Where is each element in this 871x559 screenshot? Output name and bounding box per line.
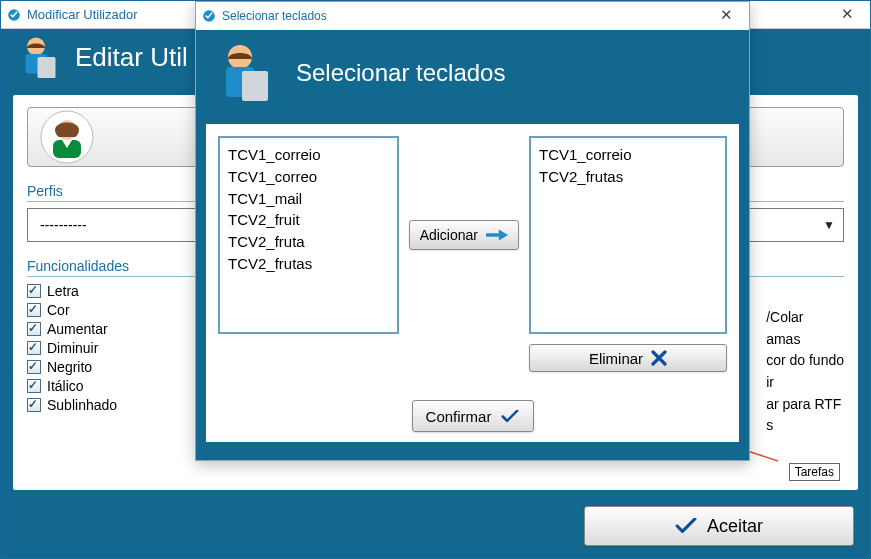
modal-header: Selecionar teclados [196, 30, 749, 116]
parent-close-button[interactable]: ✕ [830, 5, 864, 25]
list-item[interactable]: TCV2_fruta [228, 231, 389, 253]
add-button[interactable]: Adicionar [409, 220, 519, 250]
func-label-fragment: ar para RTF [766, 394, 844, 416]
chevron-down-icon: ▼ [823, 218, 835, 232]
checkbox-icon [27, 341, 41, 355]
user-avatar-icon [15, 33, 63, 81]
func-label-fragment: /Colar [766, 307, 844, 329]
parent-window: Modificar Utilizador ✕ Editar Util [0, 0, 871, 559]
tarefas-button[interactable]: Tarefas [789, 463, 840, 481]
checkbox-label: Letra [47, 283, 79, 299]
user-avatar-icon [214, 41, 278, 105]
add-label: Adicionar [420, 227, 478, 243]
modal-header-title: Selecionar teclados [296, 59, 505, 87]
remove-button[interactable]: Eliminar [529, 344, 727, 372]
modal-window-title: Selecionar teclados [222, 9, 327, 23]
check-icon [675, 518, 697, 534]
app-icon [202, 9, 216, 23]
func-label-fragment: cor do fundo [766, 350, 844, 372]
func-checkbox-cor[interactable]: Cor [27, 302, 117, 318]
list-item[interactable]: TCV1_mail [228, 188, 389, 210]
checkbox-label: Itálico [47, 378, 84, 394]
func-checkbox-itálico[interactable]: Itálico [27, 378, 117, 394]
available-listbox[interactable]: TCV1_correioTCV1_correoTCV1_mailTCV2_fru… [218, 136, 399, 334]
modal-close-button[interactable]: ✕ [709, 6, 743, 26]
func-label-fragment: ir [766, 372, 844, 394]
svg-rect-3 [38, 57, 56, 78]
accept-button[interactable]: Aceitar [584, 506, 854, 546]
list-item[interactable]: TCV2_fruit [228, 209, 389, 231]
modal-content-panel: TCV1_correioTCV1_correoTCV1_mailTCV2_fru… [206, 124, 739, 442]
checkbox-icon [27, 322, 41, 336]
transfer-buttons: Adicionar [409, 136, 519, 334]
checkbox-label: Diminuir [47, 340, 98, 356]
checkbox-icon [27, 303, 41, 317]
app-icon [7, 8, 21, 22]
x-icon [651, 350, 667, 366]
func-checkbox-diminuir[interactable]: Diminuir [27, 340, 117, 356]
list-item[interactable]: TCV2_frutas [539, 166, 717, 188]
avatar-image [40, 110, 94, 164]
list-item[interactable]: TCV1_correio [228, 144, 389, 166]
checkbox-icon [27, 284, 41, 298]
confirm-button[interactable]: Confirmar [412, 400, 534, 432]
func-checkbox-negrito[interactable]: Negrito [27, 359, 117, 375]
funcionalidades-right-col: /Colaramascor do fundoirar para RTFs [766, 307, 844, 437]
func-label-fragment: amas [766, 329, 844, 351]
checkbox-label: Aumentar [47, 321, 108, 337]
modal-titlebar: Selecionar teclados ✕ [196, 2, 749, 30]
func-label-fragment: s [766, 415, 844, 437]
list-item[interactable]: TCV1_correo [228, 166, 389, 188]
parent-header-title: Editar Util [75, 42, 188, 73]
func-checkbox-letra[interactable]: Letra [27, 283, 117, 299]
checkbox-icon [27, 379, 41, 393]
checkbox-label: Sublinhado [47, 397, 117, 413]
perfis-value: ---------- [40, 217, 87, 233]
remove-label: Eliminar [589, 350, 643, 367]
arrow-right-icon [486, 228, 508, 242]
func-checkbox-aumentar[interactable]: Aumentar [27, 321, 117, 337]
accept-label: Aceitar [707, 516, 763, 537]
parent-window-title: Modificar Utilizador [27, 7, 138, 22]
selected-listbox[interactable]: TCV1_correioTCV2_frutas [529, 136, 727, 334]
modal-body: TCV1_correioTCV1_correoTCV1_mailTCV2_fru… [196, 116, 749, 460]
checkbox-icon [27, 360, 41, 374]
list-item[interactable]: TCV1_correio [539, 144, 717, 166]
confirm-label: Confirmar [426, 408, 492, 425]
func-checkbox-sublinhado[interactable]: Sublinhado [27, 397, 117, 413]
check-icon [501, 410, 519, 423]
list-item[interactable]: TCV2_frutas [228, 253, 389, 275]
checkbox-icon [27, 398, 41, 412]
checkbox-label: Cor [47, 302, 70, 318]
modal-window: Selecionar teclados ✕ Selecionar teclado… [195, 1, 750, 461]
svg-rect-11 [242, 71, 268, 101]
checkbox-label: Negrito [47, 359, 92, 375]
accept-bar: Aceitar [584, 506, 854, 546]
dual-listbox: TCV1_correioTCV1_correoTCV1_mailTCV2_fru… [218, 136, 727, 372]
